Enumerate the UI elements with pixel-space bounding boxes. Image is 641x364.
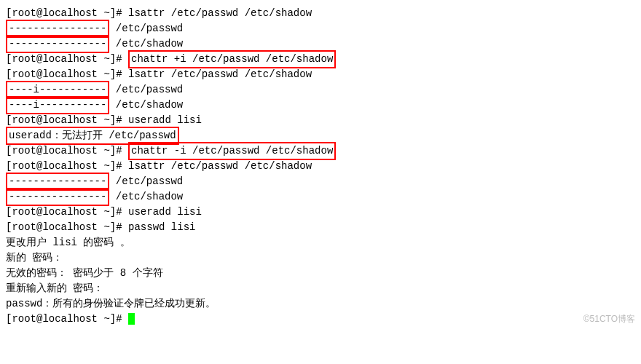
cmd-highlight: chattr -i /etc/passwd /etc/shadow — [128, 142, 336, 160]
prompt: [root@localhost ~]# — [6, 53, 128, 65]
output-attrs-passwd-3: ---------------- /etc/passwd — [6, 174, 635, 189]
output-attrs-passwd-1: ---------------- /etc/passwd — [6, 21, 635, 36]
cmd-line-chattr-plus: [root@localhost ~]# chattr +i /etc/passw… — [6, 52, 635, 67]
prompt: [root@localhost ~]# — [6, 68, 128, 80]
output-attrs-shadow-3: ---------------- /etc/shadow — [6, 189, 635, 205]
file-path: /etc/passwd — [109, 23, 183, 34]
file-path: /etc/passwd — [109, 175, 183, 187]
output-attrs-shadow-2: ----i----------- /etc/shadow — [6, 98, 635, 113]
cmd-text: lsattr /etc/passwd /etc/shadow — [128, 68, 312, 80]
file-path: /etc/passwd — [109, 84, 183, 95]
prompt: [root@localhost ~]# — [6, 206, 128, 218]
output-pw-new: 新的 密码： — [6, 250, 635, 266]
cmd-line-lsattr-3: [root@localhost ~]# lsattr /etc/passwd /… — [6, 159, 635, 174]
file-path: /etc/shadow — [109, 99, 183, 111]
output-pw-success: passwd：所有的身份验证令牌已经成功更新。 — [6, 296, 635, 312]
prompt: [root@localhost ~]# — [6, 7, 128, 19]
output-pw-change: 更改用户 lisi 的密码 。 — [6, 235, 635, 250]
output-attrs-shadow-1: ---------------- /etc/shadow — [6, 36, 635, 52]
attrs-highlight: ---------------- — [6, 35, 109, 53]
cmd-line-passwd: [root@localhost ~]# passwd lisi — [6, 220, 635, 235]
cmd-line-current[interactable]: [root@localhost ~]# — [6, 312, 635, 327]
cmd-text: passwd lisi — [128, 221, 195, 233]
file-path: /etc/shadow — [109, 38, 183, 50]
cmd-line-lsattr-1: [root@localhost ~]# lsattr /etc/passwd /… — [6, 6, 635, 21]
output-attrs-passwd-2: ----i----------- /etc/passwd — [6, 82, 635, 98]
cmd-line-useradd-1: [root@localhost ~]# useradd lisi — [6, 113, 635, 128]
attrs-highlight: ----i----------- — [6, 96, 109, 114]
prompt: [root@localhost ~]# — [6, 145, 128, 157]
cmd-highlight: chattr +i /etc/passwd /etc/shadow — [128, 50, 336, 68]
cmd-line-useradd-2: [root@localhost ~]# useradd lisi — [6, 205, 635, 220]
cursor-icon — [128, 313, 135, 325]
cmd-text: useradd lisi — [128, 114, 202, 126]
watermark: ©51CTO博客 — [583, 312, 635, 327]
cmd-text: lsattr /etc/passwd /etc/shadow — [128, 7, 312, 19]
output-useradd-error: useradd：无法打开 /etc/passwd — [6, 128, 635, 143]
attrs-highlight: ---------------- — [6, 188, 109, 206]
cmd-line-lsattr-2: [root@localhost ~]# lsattr /etc/passwd /… — [6, 67, 635, 82]
cmd-text: lsattr /etc/passwd /etc/shadow — [128, 160, 312, 172]
cmd-line-chattr-minus: [root@localhost ~]# chattr -i /etc/passw… — [6, 143, 635, 159]
cmd-text: useradd lisi — [128, 206, 202, 218]
prompt: [root@localhost ~]# — [6, 114, 128, 126]
output-pw-retype: 重新输入新的 密码： — [6, 281, 635, 296]
prompt: [root@localhost ~]# — [6, 313, 128, 325]
prompt: [root@localhost ~]# — [6, 221, 128, 233]
output-pw-invalid: 无效的密码： 密码少于 8 个字符 — [6, 266, 635, 281]
file-path: /etc/shadow — [109, 191, 183, 202]
prompt: [root@localhost ~]# — [6, 160, 128, 172]
